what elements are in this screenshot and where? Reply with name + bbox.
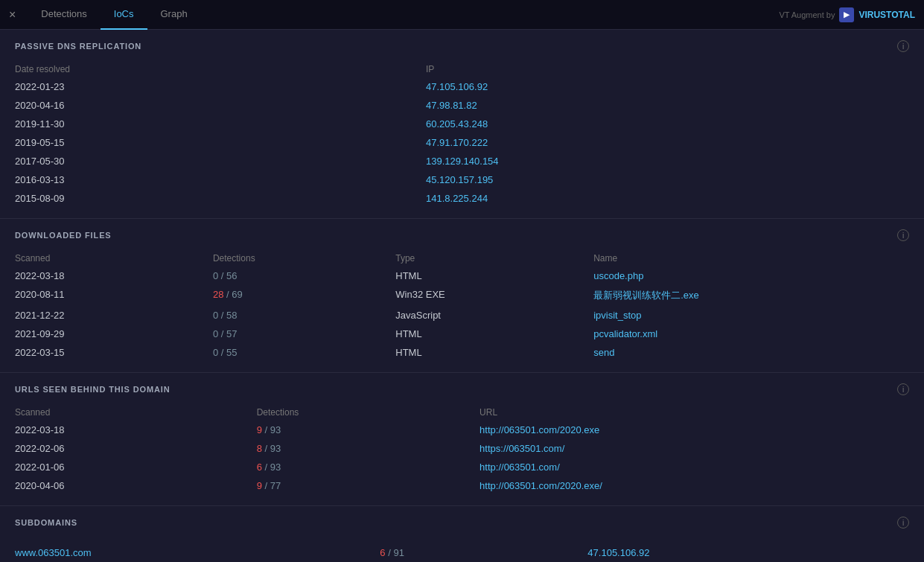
table-row: 2015-08-09 141.8.225.244: [15, 189, 909, 208]
subdomains-info-icon[interactable]: i: [897, 517, 909, 529]
dns-date: 2022-01-23: [15, 77, 426, 96]
dns-ip[interactable]: 47.98.81.82: [426, 96, 909, 115]
col-detections-sub: [380, 537, 587, 543]
df-detections: 28 / 69: [213, 285, 395, 306]
col-detections-url: Detections: [257, 404, 479, 421]
col-url: URL: [479, 404, 909, 421]
urls-info-icon[interactable]: i: [897, 383, 909, 395]
dns-ip[interactable]: 139.129.140.154: [426, 152, 909, 170]
table-row: 2022-03-18 0 / 56 HTML uscode.php: [15, 266, 909, 285]
header: × Detections IoCs Graph VT Augment by ▶ …: [0, 0, 924, 30]
df-detections: 0 / 58: [213, 306, 395, 325]
table-row: 2019-11-30 60.205.43.248: [15, 115, 909, 133]
passive-dns-section: PASSIVE DNS REPLICATION i Date resolved …: [0, 30, 924, 219]
passive-dns-title: PASSIVE DNS REPLICATION: [15, 42, 141, 51]
brand-area: VT Augment by ▶ VIRUSTOTAL: [779, 7, 915, 22]
vt-icon: ▶: [839, 7, 854, 22]
df-type: JavaScript: [395, 306, 593, 325]
url-value[interactable]: http://063501.com/2020.exe/: [479, 476, 909, 495]
col-date-resolved: Date resolved: [15, 61, 426, 77]
url-detections: 9 / 77: [257, 476, 479, 495]
col-scanned-url: Scanned: [15, 404, 257, 421]
col-type-df: Type: [395, 250, 593, 266]
dns-date: 2016-03-13: [15, 170, 426, 189]
dns-ip[interactable]: 45.120.157.195: [426, 170, 909, 189]
col-subdomain: [15, 537, 380, 543]
table-row: 2022-03-18 9 / 93 http://063501.com/2020…: [15, 421, 909, 439]
urls-title: URLS SEEN BEHIND THIS DOMAIN: [15, 385, 171, 394]
df-type: HTML: [395, 266, 593, 285]
passive-dns-info-icon[interactable]: i: [897, 40, 909, 52]
table-row: 2020-04-06 9 / 77 http://063501.com/2020…: [15, 476, 909, 495]
main-content: PASSIVE DNS REPLICATION i Date resolved …: [0, 30, 924, 562]
df-name[interactable]: pcvalidator.xml: [593, 325, 909, 343]
subdomains-title: SUBDOMAINS: [15, 518, 77, 527]
downloaded-files-table: Scanned Detections Type Name 2022-03-18 …: [15, 250, 909, 362]
dns-ip[interactable]: 47.91.170.222: [426, 133, 909, 152]
url-value[interactable]: https://063501.com/: [479, 439, 909, 458]
url-scanned: 2022-02-06: [15, 439, 257, 458]
subdomain-ip[interactable]: 47.105.106.92: [587, 543, 909, 562]
dns-date: 2019-05-15: [15, 133, 426, 152]
table-row: 2020-08-11 28 / 69 Win32 EXE 最新弱视训练软件二.e…: [15, 285, 909, 306]
subdomains-header: SUBDOMAINS i: [15, 517, 909, 529]
passive-dns-header: PASSIVE DNS REPLICATION i: [15, 40, 909, 52]
table-row: 2017-05-30 139.129.140.154: [15, 152, 909, 170]
url-scanned: 2020-04-06: [15, 476, 257, 495]
url-detections: 9 / 93: [257, 421, 479, 439]
col-detections-df: Detections: [213, 250, 395, 266]
downloaded-files-title: DOWNLOADED FILES: [15, 231, 112, 240]
urls-section: URLS SEEN BEHIND THIS DOMAIN i Scanned D…: [0, 373, 924, 506]
df-detections: 0 / 56: [213, 266, 395, 285]
header-tabs: Detections IoCs Graph: [28, 0, 779, 30]
vt-augment-text: VT Augment by: [779, 10, 835, 19]
df-scanned: 2021-12-22: [15, 306, 213, 325]
df-name[interactable]: ipvisit_stop: [593, 306, 909, 325]
url-scanned: 2022-03-18: [15, 421, 257, 439]
close-button[interactable]: ×: [9, 8, 16, 22]
url-value[interactable]: http://063501.com/2020.exe: [479, 421, 909, 439]
tab-detections[interactable]: Detections: [28, 0, 100, 30]
col-ip-sub: [587, 537, 909, 543]
url-value[interactable]: http://063501.com/: [479, 458, 909, 476]
table-row: 2019-05-15 47.91.170.222: [15, 133, 909, 152]
url-scanned: 2022-01-06: [15, 458, 257, 476]
table-row: 2020-04-16 47.98.81.82: [15, 96, 909, 115]
subdomains-section: SUBDOMAINS i www.063501.com 6 / 91 47.10…: [0, 506, 924, 562]
tab-graph[interactable]: Graph: [147, 0, 201, 30]
table-row: 2022-01-06 6 / 93 http://063501.com/: [15, 458, 909, 476]
url-detections: 8 / 93: [257, 439, 479, 458]
df-name[interactable]: send: [593, 343, 909, 362]
subdomain-detections: 6 / 91: [380, 543, 587, 562]
col-name-df: Name: [593, 250, 909, 266]
dns-date: 2020-04-16: [15, 96, 426, 115]
df-detections: 0 / 55: [213, 343, 395, 362]
dns-ip[interactable]: 60.205.43.248: [426, 115, 909, 133]
table-row: 2022-01-23 47.105.106.92: [15, 77, 909, 96]
df-name[interactable]: uscode.php: [593, 266, 909, 285]
table-row: www.063501.com 6 / 91 47.105.106.92: [15, 543, 909, 562]
url-detections: 6 / 93: [257, 458, 479, 476]
urls-header: URLS SEEN BEHIND THIS DOMAIN i: [15, 383, 909, 395]
df-type: Win32 EXE: [395, 285, 593, 306]
dns-date: 2019-11-30: [15, 115, 426, 133]
df-type: HTML: [395, 343, 593, 362]
df-scanned: 2022-03-15: [15, 343, 213, 362]
dns-ip[interactable]: 47.105.106.92: [426, 77, 909, 96]
table-row: 2022-02-06 8 / 93 https://063501.com/: [15, 439, 909, 458]
table-row: 2016-03-13 45.120.157.195: [15, 170, 909, 189]
dns-ip[interactable]: 141.8.225.244: [426, 189, 909, 208]
tab-iocs[interactable]: IoCs: [101, 0, 147, 30]
df-detections: 0 / 57: [213, 325, 395, 343]
table-row: 2021-12-22 0 / 58 JavaScript ipvisit_sto…: [15, 306, 909, 325]
passive-dns-table: Date resolved IP 2022-01-23 47.105.106.9…: [15, 61, 909, 208]
subdomain-name[interactable]: www.063501.com: [15, 543, 380, 562]
downloaded-files-info-icon[interactable]: i: [897, 229, 909, 241]
dns-date: 2015-08-09: [15, 189, 426, 208]
df-scanned: 2020-08-11: [15, 285, 213, 306]
df-type: HTML: [395, 325, 593, 343]
table-row: 2022-03-15 0 / 55 HTML send: [15, 343, 909, 362]
df-name[interactable]: 最新弱视训练软件二.exe: [593, 285, 909, 306]
subdomains-table: www.063501.com 6 / 91 47.105.106.92: [15, 537, 909, 562]
col-ip-dns: IP: [426, 61, 909, 77]
